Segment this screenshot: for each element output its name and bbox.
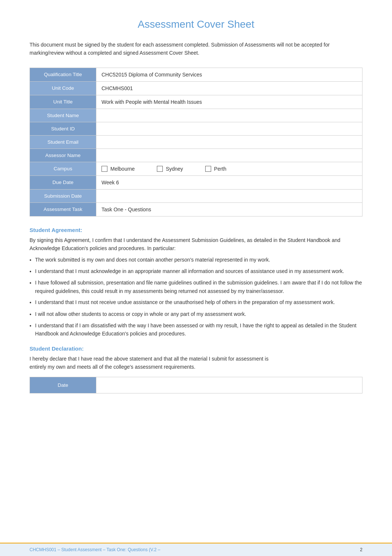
- table-label-10: Assessment Task: [30, 202, 96, 216]
- page-footer: CHCMHS001 – Student Assessment – Task On…: [0, 543, 392, 556]
- bullet-item-5: I understand that if I am dissatisfied w…: [30, 321, 362, 338]
- footer-left: CHCMHS001 – Student Assessment – Task On…: [30, 547, 160, 552]
- table-value-3[interactable]: [96, 109, 362, 122]
- student-agreement-bullets: The work submitted is my own and does no…: [30, 256, 362, 338]
- table-label-3: Student Name: [30, 109, 96, 122]
- declaration-table: Date: [30, 377, 362, 393]
- table-value-9[interactable]: [96, 189, 362, 202]
- table-value-7: MelbourneSydneyPerth: [96, 162, 362, 175]
- student-declaration-title: Student Declaration:: [30, 345, 362, 352]
- table-label-9: Submission Date: [30, 189, 96, 202]
- campus-option-melbourne[interactable]: Melbourne: [102, 166, 135, 172]
- student-agreement-title: Student Agreement:: [30, 227, 362, 233]
- table-value-8: Week 6: [96, 175, 362, 189]
- date-label: Date: [30, 377, 96, 393]
- student-agreement-section: Student Agreement: By signing this Agree…: [30, 227, 362, 338]
- table-value-2: Work with People with Mental Health Issu…: [96, 95, 362, 109]
- perth-checkbox[interactable]: [205, 166, 211, 172]
- sydney-checkbox[interactable]: [157, 166, 163, 172]
- student-declaration-section: Student Declaration: I hereby declare th…: [30, 345, 362, 394]
- campus-option-perth[interactable]: Perth: [205, 166, 226, 172]
- table-value-1: CHCMHS001: [96, 81, 362, 95]
- bullet-item-1: I understand that I must acknowledge in …: [30, 267, 362, 276]
- sydney-label: Sydney: [166, 166, 183, 172]
- table-label-7: Campus: [30, 162, 96, 175]
- bullet-item-3: I understand that I must not receive und…: [30, 298, 362, 307]
- table-value-6[interactable]: [96, 149, 362, 162]
- student-declaration-text: I hereby declare that I have read the ab…: [30, 355, 362, 371]
- table-label-4: Student ID: [30, 122, 96, 135]
- table-label-1: Unit Code: [30, 81, 96, 95]
- melbourne-label: Melbourne: [110, 166, 135, 172]
- table-value-0: CHC52015 Diploma of Community Services: [96, 68, 362, 81]
- table-label-0: Qualification Title: [30, 68, 96, 81]
- page-title: Assessment Cover Sheet: [30, 18, 362, 30]
- campus-option-sydney[interactable]: Sydney: [157, 166, 183, 172]
- table-value-10: Task One - Questions: [96, 202, 362, 216]
- intro-text: This document must be signed by the stud…: [30, 41, 362, 57]
- footer-right: 2: [360, 547, 362, 552]
- cover-sheet-table: Qualification TitleCHC52015 Diploma of C…: [30, 68, 362, 216]
- table-label-8: Due Date: [30, 175, 96, 189]
- table-label-5: Student Email: [30, 135, 96, 149]
- bullet-item-0: The work submitted is my own and does no…: [30, 256, 362, 264]
- table-label-6: Assessor Name: [30, 149, 96, 162]
- date-value[interactable]: [96, 377, 362, 393]
- table-value-5[interactable]: [96, 135, 362, 149]
- bullet-item-2: I have followed all submission, presenta…: [30, 279, 362, 295]
- bullet-item-4: I will not allow other students to acces…: [30, 310, 362, 318]
- table-label-2: Unit Title: [30, 95, 96, 109]
- student-agreement-intro: By signing this Agreement, I confirm tha…: [30, 236, 362, 253]
- table-value-4[interactable]: [96, 122, 362, 135]
- perth-label: Perth: [214, 166, 226, 172]
- melbourne-checkbox[interactable]: [102, 166, 107, 172]
